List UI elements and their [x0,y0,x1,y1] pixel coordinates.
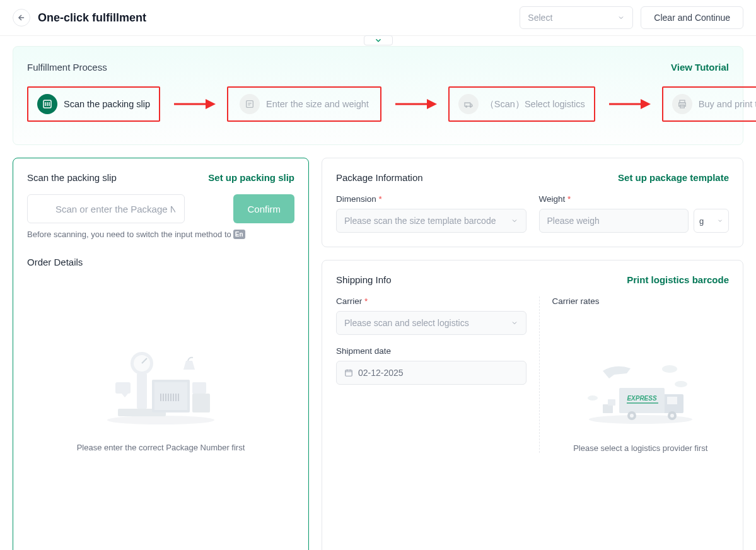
weight-input[interactable]: Please weigh [539,209,689,233]
step-label: Buy and print the label [699,99,756,109]
card-header: Package Information Set up package templ… [336,172,729,183]
required-mark: * [567,194,571,204]
shipment-date-label: Shipment date [336,346,526,356]
chevron-down-icon [617,14,625,21]
weight-field-group: Weight * Please weigh g [539,194,730,233]
weight-placeholder: Please weigh [547,216,600,226]
required-mark: * [379,194,382,204]
weight-unit-select[interactable]: g [694,209,729,233]
svg-rect-38 [667,397,677,404]
card-title: Shipping Info [336,274,392,285]
carrier-label: Carrier * [336,296,526,306]
carrier-rates-empty-state: EXPRESS Please select a logistics provid [552,311,730,453]
clear-continue-button[interactable]: Clear and Continue [641,6,743,29]
en-badge: En [233,230,245,239]
card-title: Package Information [336,172,423,183]
process-title: Fulfillment Process [27,62,107,73]
chevron-down-icon [717,218,723,224]
step-select-logistics: （Scan）Select logistics [448,86,595,122]
logistics-icon [458,94,479,114]
package-scale-illustration-icon [98,343,224,425]
step-buy-print-label: Buy and print the label [662,86,756,122]
input-method-hint: Before scanning, you need to switch the … [27,230,294,239]
svg-rect-31 [192,382,206,394]
shipment-date-value: 02-12-2025 [358,368,404,378]
setup-packing-slip-link[interactable]: Set up packing slip [208,172,294,183]
shipping-left: Carrier * Please scan and select logisti… [336,296,526,453]
view-tutorial-link[interactable]: View Tutorial [671,62,729,73]
step-label: （Scan）Select logistics [485,98,585,110]
page-header: One-click fulfillment Select Clear and C… [0,0,756,36]
svg-marker-5 [427,99,437,109]
carrier-rates-label: Carrier rates [552,296,730,306]
dimension-select[interactable]: Please scan the size template barcode [336,209,526,233]
svg-rect-19 [115,382,131,394]
arrow-right-icon [607,97,651,111]
header-left: One-click fulfillment [13,9,146,26]
carrier-placeholder: Please scan and select logistics [344,318,469,328]
card-title: Scan the packing slip [27,172,117,183]
svg-point-43 [630,414,634,418]
weight-row: Please weigh g [539,209,730,233]
package-number-input[interactable] [27,194,185,223]
order-details-empty-state: Please enter the correct Package Number … [27,267,294,477]
shipping-info-card: Shipping Info Print logistics barcode Ca… [322,260,743,550]
step-scan-packing-slip: Scan the packing slip [27,86,160,122]
fulfillment-process-panel: Fulfillment Process View Tutorial Scan t… [13,46,743,145]
calendar-icon [344,368,353,377]
svg-rect-17 [137,373,147,409]
collapse-toggle[interactable] [364,35,393,45]
svg-point-35 [675,381,687,387]
scan-slip-icon [37,94,57,114]
header-right: Select Clear and Continue [520,6,743,29]
svg-point-45 [670,414,674,418]
dimension-placeholder: Please scan the size template barcode [344,216,496,226]
svg-point-34 [662,365,677,373]
scan-input-wrap [27,194,226,223]
package-fields-row: Dimension * Please scan the size templat… [336,194,729,233]
express-truck-illustration-icon: EXPRESS [584,361,697,424]
setup-package-template-link[interactable]: Set up package template [618,172,729,183]
page-title: One-click fulfillment [38,11,146,25]
package-information-card: Package Information Set up package templ… [322,158,743,247]
size-weight-icon [240,94,260,114]
svg-rect-30 [192,394,210,413]
step-label: Scan the packing slip [64,99,150,109]
shipment-date-input[interactable]: 02-12-2025 [336,361,526,385]
svg-rect-46 [603,404,613,413]
header-select[interactable]: Select [520,6,633,29]
svg-point-33 [589,415,692,424]
chevron-down-icon [374,36,383,45]
svg-point-13 [107,416,214,424]
shipping-grid: Carrier * Please scan and select logisti… [336,296,729,453]
shipment-date-field-group: Shipment date 02-12-2025 [336,346,526,385]
card-header: Scan the packing slip Set up packing sli… [27,172,294,183]
chevron-down-icon [511,217,518,225]
shipping-right: Carrier rates [539,296,730,453]
back-button[interactable] [13,9,30,26]
svg-marker-9 [641,99,651,109]
svg-rect-47 [608,399,615,406]
order-details-title: Order Details [27,257,294,267]
header-select-placeholder: Select [528,13,552,23]
svg-rect-3 [247,101,253,108]
arrow-right-icon [172,97,216,111]
carrier-select[interactable]: Please scan and select logistics [336,311,526,335]
scan-row: Confirm [27,194,294,223]
arrow-right-icon [393,97,437,111]
step-enter-size-weight: Enter the size and weight [227,86,381,122]
step-label: Enter the size and weight [266,99,369,109]
chevron-down-icon [511,319,518,327]
svg-text:EXPRESS: EXPRESS [627,395,657,402]
steps-row: Scan the packing slip Enter the size and… [27,86,729,122]
print-label-icon [672,94,692,114]
dimension-field-group: Dimension * Please scan the size templat… [336,194,526,233]
right-column: Package Information Set up package templ… [322,158,743,550]
hint-text: Before scanning, you need to switch the … [27,230,231,239]
main-grid: Scan the packing slip Set up packing sli… [0,145,756,550]
weight-unit-value: g [699,216,704,226]
confirm-button[interactable]: Confirm [233,194,294,223]
scan-packing-slip-card: Scan the packing slip Set up packing sli… [13,158,309,550]
print-logistics-barcode-link[interactable]: Print logistics barcode [627,274,729,285]
weight-label: Weight * [539,194,730,204]
